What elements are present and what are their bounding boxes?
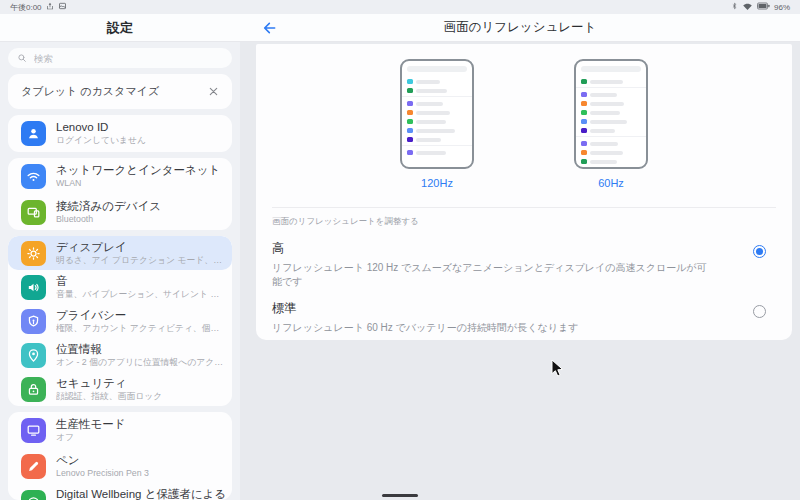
- gesture-bar[interactable]: [382, 494, 418, 497]
- sidebar-item-text: 接続済みのデバイスBluetooth: [56, 199, 161, 226]
- sidebar-item-text: Digital Wellbeing と保護者による使用制限: [56, 487, 232, 500]
- battery-percent: 96%: [774, 3, 790, 12]
- mini-list-row: [581, 99, 641, 108]
- screenshot-icon: [58, 2, 67, 12]
- mini-list-row: [581, 157, 641, 166]
- settings-sidebar: タブレット のカスタマイズ Lenovo IDログインしていませんネットワークと…: [0, 42, 240, 500]
- sidebar-item-title: 生産性モード: [56, 417, 126, 432]
- sidebar-item-text: 生産性モードオフ: [56, 417, 126, 444]
- mini-icon: [407, 128, 413, 134]
- settings-title: 設定: [0, 14, 240, 41]
- sidebar-item-display[interactable]: ディスプレイ明るさ、アイ プロテクション モード、スマート ローテーション: [8, 236, 232, 270]
- divider: [272, 207, 776, 208]
- sidebar-item-text: ペンLenovo Precision Pen 3: [56, 453, 149, 480]
- customize-card[interactable]: タブレット のカスタマイズ: [8, 74, 232, 109]
- battery-icon: [757, 2, 770, 12]
- option-title: 標準: [272, 300, 716, 317]
- mini-icon: [581, 92, 587, 98]
- close-icon[interactable]: [208, 86, 219, 97]
- option-description: リフレッシュレート 120 Hz でスムーズなアニメーションとディスプレイの高速…: [272, 261, 716, 288]
- option-description: リフレッシュレート 60 Hz でバッテリーの持続時間が長くなります: [272, 321, 716, 335]
- mini-list-row: [407, 86, 467, 95]
- sidebar-item-pen[interactable]: ペンLenovo Precision Pen 3: [8, 448, 232, 484]
- tablet-illustration: [574, 59, 648, 169]
- sound-icon: [21, 275, 46, 300]
- sidebar-item-wellbeing[interactable]: Digital Wellbeing と保護者による使用制限: [8, 484, 232, 500]
- mini-list-row: [407, 108, 467, 117]
- mini-list-row: [407, 77, 467, 86]
- customize-label: タブレット のカスタマイズ: [21, 84, 159, 99]
- mini-icon: [407, 119, 413, 125]
- search-box[interactable]: [8, 48, 232, 68]
- sidebar-item-title: 位置情報: [56, 342, 228, 357]
- sidebar-item-title: ディスプレイ: [56, 240, 228, 255]
- sidebar-card: 生産性モードオフペンLenovo Precision Pen 3Digital …: [8, 412, 232, 500]
- display-icon: [21, 241, 46, 266]
- sidebar-item-privacy[interactable]: プライバシー権限、アカウント アクティビティ、個人データ: [8, 304, 232, 338]
- sidebar-item-text: 音音量、バイブレーション、サイレント モード: [56, 274, 228, 301]
- sidebar-item-subtitle: 権限、アカウント アクティビティ、個人データ: [56, 323, 228, 335]
- mini-icon: [581, 159, 587, 165]
- options-list: 高リフレッシュレート 120 Hz でスムーズなアニメーションとディスプレイの高…: [256, 240, 792, 335]
- mini-separator: [402, 96, 472, 97]
- sidebar-item-text: プライバシー権限、アカウント アクティビティ、個人データ: [56, 308, 228, 335]
- wifi-icon: [21, 164, 46, 189]
- mini-text-line: [416, 129, 455, 133]
- search-icon: [17, 49, 27, 67]
- mini-text-line: [590, 129, 615, 133]
- mini-list-row: [581, 148, 641, 157]
- tablet-illustration: [400, 59, 474, 169]
- refresh-option[interactable]: 高リフレッシュレート 120 Hz でスムーズなアニメーションとディスプレイの高…: [272, 240, 776, 288]
- sidebar-item-wifi[interactable]: ネットワークとインターネットWLAN: [8, 158, 232, 194]
- mini-text-line: [416, 138, 441, 142]
- back-button[interactable]: [262, 19, 280, 37]
- sidebar-item-sound[interactable]: 音音量、バイブレーション、サイレント モード: [8, 270, 232, 304]
- sidebar-item-title: Digital Wellbeing と保護者による使用制限: [56, 487, 232, 500]
- mini-separator: [576, 136, 646, 137]
- sidebar-item-title: Lenovo ID: [56, 120, 146, 135]
- mini-list-row: [407, 117, 467, 126]
- refresh-option[interactable]: 標準リフレッシュレート 60 Hz でバッテリーの持続時間が長くなります: [272, 300, 776, 335]
- clock: 午後0:00: [10, 2, 42, 13]
- mini-icon: [581, 79, 587, 85]
- mode-label: 60Hz: [574, 177, 648, 189]
- radio-button[interactable]: [753, 245, 766, 258]
- sidebar-item-subtitle: WLAN: [56, 178, 220, 190]
- sidebar-item-lenovo-id[interactable]: Lenovo IDログインしていません: [8, 115, 232, 152]
- share-icon: [46, 2, 54, 12]
- mini-text-line: [590, 93, 617, 97]
- mini-separator: [402, 145, 472, 146]
- mini-list-row: [581, 126, 641, 135]
- mini-icon: [581, 150, 587, 156]
- mini-text-line: [416, 111, 451, 115]
- sidebar-item-productivity[interactable]: 生産性モードオフ: [8, 412, 232, 448]
- back-arrow-icon: [262, 20, 278, 36]
- mini-text-line: [416, 80, 440, 84]
- mini-icon: [581, 128, 587, 134]
- sidebar-item-security[interactable]: セキュリティ顔認証、指紋、画面ロック: [8, 372, 232, 406]
- mini-text-line: [590, 80, 623, 84]
- mini-icon: [407, 137, 413, 143]
- sidebar-item-subtitle: 明るさ、アイ プロテクション モード、スマート ローテーション: [56, 255, 228, 267]
- mini-text-line: [590, 151, 623, 155]
- sidebar-item-text: ディスプレイ明るさ、アイ プロテクション モード、スマート ローテーション: [56, 240, 228, 267]
- search-input[interactable]: [32, 52, 223, 65]
- radio-button[interactable]: [753, 305, 766, 318]
- mini-text-line: [590, 120, 627, 124]
- mini-text-line: [590, 102, 625, 106]
- refresh-rate-panel: 120Hz60Hz 画面のリフレッシュレートを調整する 高リフレッシュレート 1…: [256, 44, 792, 340]
- mode-illustrations: [256, 44, 792, 169]
- sidebar-item-connected-devices[interactable]: 接続済みのデバイスBluetooth: [8, 194, 232, 230]
- mini-icon: [581, 119, 587, 125]
- productivity-icon: [21, 418, 46, 443]
- sidebar-item-title: 接続済みのデバイス: [56, 199, 161, 214]
- refresh-rate-page: 120Hz60Hz 画面のリフレッシュレートを調整する 高リフレッシュレート 1…: [240, 42, 800, 500]
- mini-icon: [407, 150, 413, 156]
- sidebar-item-title: プライバシー: [56, 308, 228, 323]
- mini-text-line: [590, 142, 619, 146]
- sidebar-item-title: 音: [56, 274, 228, 289]
- mini-text-line: [590, 111, 620, 115]
- sidebar-item-location[interactable]: 位置情報オン - 2 個のアプリに位置情報へのアクセスを許可: [8, 338, 232, 372]
- sidebar-item-text: ネットワークとインターネットWLAN: [56, 163, 220, 190]
- sidebar-groups: Lenovo IDログインしていませんネットワークとインターネットWLAN接続済…: [8, 115, 232, 500]
